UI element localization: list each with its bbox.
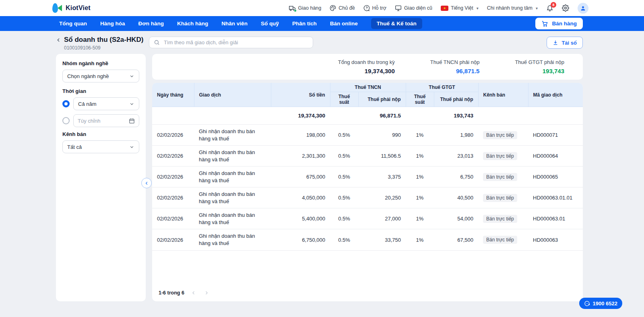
notification-bell-button[interactable]: 8 [546,4,553,12]
back-button[interactable] [56,37,61,43]
cell-amount: 4,050,000 [271,187,330,208]
cell-tncn-rate: 0.5% [330,208,358,229]
chevron-down-icon [129,101,134,107]
nav-tab-thue-ke-toan[interactable]: Thuế & Kế toán [371,18,422,29]
tax-code: 0100109106-509 [64,45,149,51]
col-group-gtgt: Thuế GTGT [406,83,478,92]
menu-item-old-interface[interactable]: Giao diện cũ [395,5,432,11]
cell-amount: 2,301,300 [271,146,330,167]
cell-tncn-rate: 0.5% [330,125,358,146]
total-gtgt: 193,743 [434,107,478,125]
channel-badge: Bán trực tiếp [483,236,517,244]
table-body: 19,374,300 96,871.5 193,743 02/02/2026 G… [152,107,583,251]
table-row[interactable]: 02/02/2026 Ghi nhận doanh thu bán hàng v… [152,167,583,187]
chevron-down-icon: ▾ [536,6,538,10]
cell-channel: Bán trực tiếp [478,187,528,208]
cell-tncn-payable: 27,000 [358,208,406,229]
time-range-select[interactable]: Cả năm [73,97,139,110]
top-header: KiotViet Giao hàng Chủ đề Hỗ trợ G [0,0,644,16]
cell-code: HD000063 [528,229,583,250]
menu-item-theme[interactable]: Chủ đề [330,5,355,11]
sell-button[interactable]: Bán hàng [535,18,583,29]
language-selector[interactable]: ★ Tiếng Việt ▾ [441,5,479,11]
cell-channel: Bán trực tiếp [478,208,528,229]
cell-gtgt-rate: 1% [406,146,434,167]
channel-select[interactable]: Tất cả [62,140,139,153]
stat-gtgt-tax: Thuế GTGT phải nộp 193,743 [515,59,564,74]
custom-date-input[interactable]: Tùy chỉnh [73,114,139,127]
kiotviet-logo: KiotViet [52,3,91,13]
search-box[interactable] [149,37,313,48]
support-hotline-button[interactable]: 1900 6522 [579,298,622,309]
cell-code: HD000071 [528,125,583,146]
industry-select[interactable]: Chọn ngành nghề [62,70,139,82]
table-row[interactable]: 02/02/2026 Ghi nhận doanh thu bán hàng v… [152,208,583,229]
search-input[interactable] [163,39,308,46]
vietnam-flag-icon: ★ [441,6,448,11]
nav-tab-hang-hoa[interactable]: Hàng hóa [100,18,125,29]
col-group-tncn: Thuế TNCN [330,83,406,92]
summary-card: Tổng doanh thu trong kỳ 19,374,300 Thuế … [152,54,583,80]
table-row[interactable]: 02/02/2026 Ghi nhận doanh thu bán hàng v… [152,146,583,167]
cell-gtgt-payable: 6,750 [434,167,478,187]
time-preset-radio[interactable] [62,100,70,107]
nav-tab-tong-quan[interactable]: Tổng quan [59,18,87,29]
table-row[interactable]: 02/02/2026 Ghi nhận doanh thu bán hàng v… [152,125,583,146]
totals-row: 19,374,300 96,871.5 193,743 [152,107,583,125]
download-icon [553,40,558,45]
table-row[interactable]: 02/02/2026 Ghi nhận doanh thu bán hàng v… [152,229,583,250]
cell-channel: Bán trực tiếp [478,229,528,250]
cell-channel: Bán trực tiếp [478,125,528,146]
cell-gtgt-rate: 1% [406,229,434,250]
channel-badge: Bán trực tiếp [483,173,517,181]
menu-item-support[interactable]: Hỗ trợ [363,5,386,11]
total-amount: 19,374,300 [271,107,330,125]
notification-badge: 8 [551,2,556,8]
nav-tab-ban-online[interactable]: Bán online [330,18,358,29]
settings-gear-button[interactable] [562,4,569,12]
channel-filter-label: Kênh bán [62,131,139,137]
col-header-gtgt-rate: Thuế suất [406,92,434,107]
cell-code: HD000063.01 [528,208,583,229]
cell-amount: 6,750,000 [271,229,330,250]
cart-icon [541,21,548,27]
cell-gtgt-payable: 67,500 [434,229,478,250]
cell-transaction: Ghi nhận doanh thu bán hàng và thuế [194,125,271,146]
channel-badge: Bán trực tiếp [483,215,517,223]
col-header-tncn-payable: Thuế phải nộp [358,92,406,107]
pagination-prev-button[interactable] [190,290,197,295]
user-avatar-button[interactable] [578,3,588,14]
menu-item-delivery[interactable]: Giao hàng [289,5,322,11]
cell-tncn-rate: 0.5% [330,146,358,167]
nav-tab-don-hang[interactable]: Đơn hàng [138,18,164,29]
cell-date: 02/02/2026 [152,125,194,146]
cell-date: 02/02/2026 [152,167,194,187]
download-book-button[interactable]: Tải sổ [547,37,583,49]
nav-tab-so-quy[interactable]: Sổ quỹ [261,18,279,29]
branch-selector[interactable]: Chi nhánh trung tâm ▾ [487,5,538,11]
monitor-icon [395,5,402,11]
time-custom-radio[interactable] [62,117,70,124]
pagination-label: 1-6 trong 6 [159,290,184,296]
user-icon [580,5,586,11]
cell-transaction: Ghi nhận doanh thu bán hàng và thuế [194,167,271,187]
revenue-table-card: Ngày tháng Giao dịch Số tiền Thuế TNCN T… [152,83,583,301]
total-tncn: 96,871.5 [358,107,406,125]
support-icon [363,5,370,11]
table-row[interactable]: 02/02/2026 Ghi nhận doanh thu bán hàng v… [152,187,583,208]
col-header-tncn-rate: Thuế suất [330,92,358,107]
channel-badge: Bán trực tiếp [483,194,517,202]
nav-tab-phan-tich[interactable]: Phân tích [292,18,317,29]
pagination-next-button[interactable] [203,290,210,295]
cell-tncn-payable: 3,375 [358,167,406,187]
sidebar-collapse-button[interactable] [141,178,152,188]
calendar-icon [129,118,135,124]
gear-icon [562,4,569,12]
cell-tncn-rate: 0.5% [330,229,358,250]
nav-tab-khach-hang[interactable]: Khách hàng [177,18,208,29]
time-filter-label: Thời gian [62,88,139,94]
nav-tab-nhan-vien[interactable]: Nhân viên [221,18,248,29]
cell-gtgt-payable: 40,500 [434,187,478,208]
pagination: 1-6 trong 6 [152,284,583,301]
cell-gtgt-payable: 54,000 [434,208,478,229]
